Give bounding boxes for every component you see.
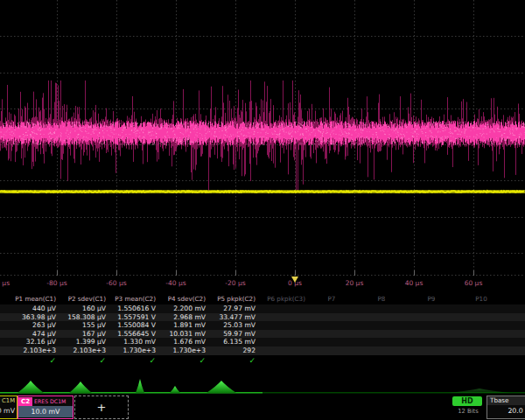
timebase-descriptor[interactable]: Tbase 20.0 µs/div [486, 396, 525, 419]
table-row: 363.98 µV158.308 µV1.557591 V2.968 mV33.… [0, 313, 525, 322]
c2-scale-value: 10.0 mV [18, 406, 73, 417]
c2-coupling-badge: DC1M [50, 398, 66, 404]
measure-value: 1.399 µV [59, 338, 108, 346]
measure-value: 1.550616 V [108, 304, 158, 313]
time-tick-label: -60 µs [106, 279, 126, 287]
time-tick-label: -40 µs [165, 279, 186, 287]
measure-value: 2.103e+3 [9, 346, 59, 355]
measure-value: 1.550084 V [108, 321, 158, 330]
hd-bits-label: 12 Bits [452, 408, 484, 415]
time-tick-label: -80 µs [46, 279, 66, 287]
measure-value: 2.200 mV [158, 304, 208, 313]
c2-header: C2 ERES DC1M [18, 396, 73, 406]
measure-value: 33.477 mV [208, 313, 258, 322]
time-tick-label: -100 µs [0, 279, 10, 287]
param-header[interactable]: P6 pkpk(C3) [258, 294, 308, 304]
measure-value: 440 µV [9, 304, 59, 313]
plus-icon: + [97, 401, 107, 414]
measure-value: 2.103e+3 [59, 346, 108, 355]
time-tick-label: 20 µs [346, 279, 364, 287]
status-check-icon: ✓ [9, 355, 59, 367]
measure-value: 1.557591 V [108, 313, 158, 322]
table-row: P1 mean(C1)P2 sdev(C1)P3 mean(C2)P4 sdev… [0, 294, 525, 304]
measure-value: 1.556645 V [108, 330, 158, 339]
measure-value: 158.308 µV [59, 313, 108, 322]
timebase-label: Tbase [487, 396, 525, 405]
hd-mode-badge[interactable]: HD [452, 396, 482, 406]
measure-value: 32.16 µV [9, 338, 59, 346]
measure-value: 474 µV [9, 330, 59, 339]
table-row: ✓✓✓✓✓ [0, 355, 525, 367]
table-row: 32.16 µV1.399 µV1.330 mV1.676 mV6.135 mV [0, 338, 525, 346]
measure-value: 160 µV [59, 304, 108, 313]
time-tick-label: 40 µs [405, 279, 424, 287]
measure-value: 263 µV [9, 321, 59, 330]
measurement-table: P1 mean(C1)P2 sdev(C1)P3 mean(C2)P4 sdev… [0, 294, 525, 367]
measure-value: 1.891 mV [158, 321, 208, 330]
oscilloscope-screen: -100 µs-80 µs-60 µs-40 µs-20 µs0 µs20 µs… [0, 0, 525, 420]
measure-value: 10.031 mV [158, 330, 208, 339]
status-check-icon: ✓ [59, 355, 108, 367]
measure-value: 1.330 mV [108, 338, 158, 346]
channel2-descriptor[interactable]: C2 ERES DC1M 10.0 mV [18, 396, 74, 419]
measure-value: 292 [208, 346, 258, 355]
histogram-strip [0, 374, 525, 396]
time-axis: -100 µs-80 µs-60 µs-40 µs-20 µs0 µs20 µs… [0, 276, 525, 290]
status-check-icon: ✓ [108, 355, 158, 367]
param-header[interactable]: P11 [508, 294, 525, 304]
param-header[interactable]: P5 pkpk(C2) [208, 294, 258, 304]
param-header[interactable]: P7 [308, 294, 358, 304]
param-header[interactable]: P4 sdev(C2) [158, 294, 208, 304]
table-row: 440 µV160 µV1.550616 V2.200 mV27.97 mV [0, 304, 525, 313]
status-check-icon: ✓ [208, 355, 258, 367]
measure-value: 1.730e+3 [108, 346, 158, 355]
time-tick-label: -20 µs [225, 279, 245, 287]
c2-label: C2 [18, 397, 32, 406]
c2-eres-badge: ERES [34, 398, 48, 404]
table-row: 474 µV167 µV1.556645 V10.031 mV59.97 mV [0, 330, 525, 339]
channel1-descriptor[interactable]: C1M 0 mV [0, 396, 18, 419]
param-header[interactable]: P8 [358, 294, 408, 304]
measure-value: 1.676 mV [158, 338, 208, 346]
c1-scale-value: 0 mV [0, 406, 17, 415]
add-trace-button[interactable]: + [74, 396, 129, 419]
timebase-value: 20.0 µs/div [487, 405, 525, 416]
measure-value: 59.97 mV [208, 330, 258, 339]
table-row: 2.103e+32.103e+31.730e+31.730e+3292 [0, 346, 525, 355]
time-tick-label: 60 µs [465, 279, 483, 287]
param-header[interactable]: P9 [408, 294, 458, 304]
measure-value: 1.730e+3 [158, 346, 208, 355]
measure-value: 6.135 mV [208, 338, 258, 346]
trigger-position-marker[interactable] [291, 276, 298, 283]
status-check-icon: ✓ [158, 355, 208, 367]
measure-value: 27.97 mV [208, 304, 258, 313]
param-header[interactable]: P1 mean(C1) [9, 294, 59, 304]
table-row: 263 µV155 µV1.550084 V1.891 mV25.03 mV [0, 321, 525, 330]
measure-value: 2.968 mV [158, 313, 208, 322]
param-header[interactable]: P2 sdev(C1) [59, 294, 108, 304]
param-header[interactable]: P10 [458, 294, 508, 304]
waveform-grid[interactable] [0, 0, 525, 276]
measure-value: 25.03 mV [208, 321, 258, 330]
measure-value: 363.98 µV [9, 313, 59, 322]
param-header[interactable]: P3 mean(C2) [108, 294, 158, 304]
descriptor-bar: C1M 0 mV C2 ERES DC1M 10.0 mV + HD 12 Bi… [0, 396, 525, 420]
measure-value: 155 µV [59, 321, 108, 330]
measure-value: 167 µV [59, 330, 108, 339]
c1-coupling-label: C1M [0, 396, 17, 406]
